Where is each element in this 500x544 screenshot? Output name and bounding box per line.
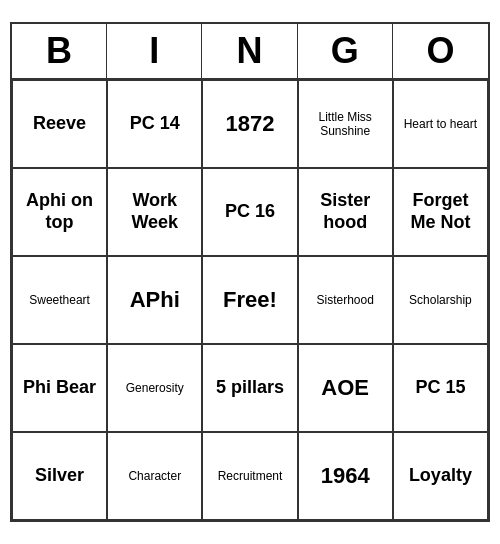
header-letter: O (393, 24, 488, 78)
header-letter: G (298, 24, 393, 78)
bingo-cell-1-0: Aphi on top (12, 168, 107, 256)
bingo-cell-0-3: Little Miss Sunshine (298, 80, 393, 168)
bingo-cell-2-4: Scholarship (393, 256, 488, 344)
bingo-cell-0-0: Reeve (12, 80, 107, 168)
bingo-cell-3-2: 5 pillars (202, 344, 297, 432)
bingo-header: BINGO (12, 24, 488, 80)
bingo-cell-4-1: Character (107, 432, 202, 520)
header-letter: N (202, 24, 297, 78)
bingo-cell-4-2: Recruitment (202, 432, 297, 520)
bingo-cell-3-0: Phi Bear (12, 344, 107, 432)
bingo-card: BINGO ReevePC 141872Little Miss Sunshine… (10, 22, 490, 522)
bingo-cell-0-1: PC 14 (107, 80, 202, 168)
bingo-cell-0-4: Heart to heart (393, 80, 488, 168)
bingo-cell-2-2: Free! (202, 256, 297, 344)
bingo-cell-3-3: AOE (298, 344, 393, 432)
bingo-cell-0-2: 1872 (202, 80, 297, 168)
bingo-cell-3-4: PC 15 (393, 344, 488, 432)
bingo-cell-1-4: Forget Me Not (393, 168, 488, 256)
bingo-cell-4-4: Loyalty (393, 432, 488, 520)
header-letter: I (107, 24, 202, 78)
bingo-cell-1-2: PC 16 (202, 168, 297, 256)
bingo-cell-1-1: Work Week (107, 168, 202, 256)
bingo-cell-4-3: 1964 (298, 432, 393, 520)
bingo-cell-2-3: Sisterhood (298, 256, 393, 344)
bingo-cell-2-0: Sweetheart (12, 256, 107, 344)
bingo-cell-3-1: Generosity (107, 344, 202, 432)
bingo-grid: ReevePC 141872Little Miss SunshineHeart … (12, 80, 488, 520)
bingo-cell-1-3: Sister hood (298, 168, 393, 256)
header-letter: B (12, 24, 107, 78)
bingo-cell-4-0: Silver (12, 432, 107, 520)
bingo-cell-2-1: APhi (107, 256, 202, 344)
